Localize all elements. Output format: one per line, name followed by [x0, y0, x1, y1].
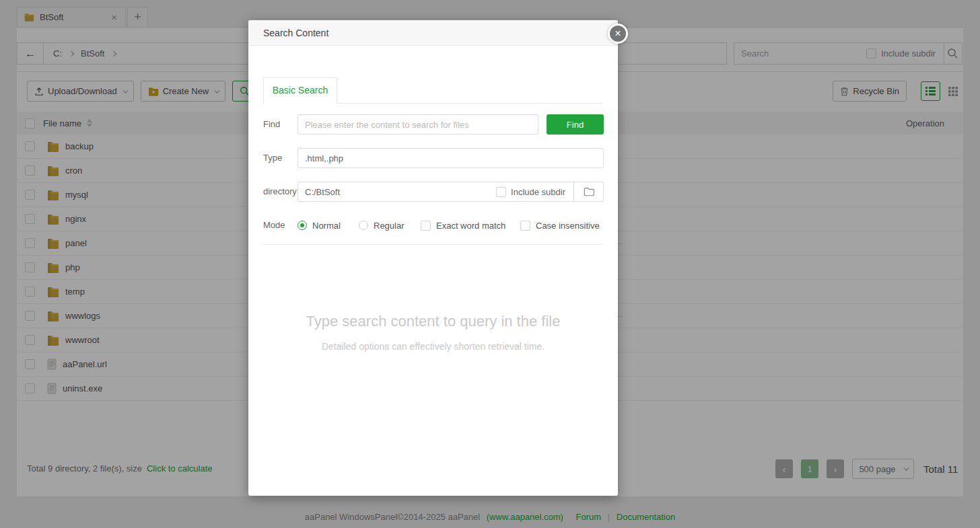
directory-label: directory	[263, 182, 297, 202]
search-content-modal: Search Content Basic Search Find Find Ty…	[248, 20, 618, 496]
tab-basic-search[interactable]: Basic Search	[263, 77, 337, 104]
find-button[interactable]: Find	[547, 114, 604, 135]
type-input[interactable]	[298, 148, 604, 168]
case-insensitive-checkbox[interactable]: Case insensitive	[520, 215, 600, 235]
browse-directory-button[interactable]	[573, 182, 603, 201]
mode-regular-radio[interactable]: Regular	[359, 215, 405, 235]
mode-label: Mode	[263, 215, 285, 235]
case-insensitive-label: Case insensitive	[536, 221, 600, 231]
radio-selected-icon	[298, 221, 307, 230]
mode-regular-label: Regular	[374, 221, 405, 231]
exact-word-match-checkbox[interactable]: Exact word match	[421, 215, 505, 235]
modal-include-subdir-checkbox[interactable]	[496, 187, 506, 197]
hint-title: Type search content to query in the file	[248, 313, 618, 330]
radio-icon	[359, 221, 368, 230]
modal-include-subdir-label: Include subdir	[511, 187, 565, 197]
hint-subtitle: Detailed options can effectively shorten…	[248, 341, 618, 352]
type-label: Type	[263, 148, 282, 168]
find-label: Find	[263, 114, 280, 135]
modal-tab-bar: Basic Search	[263, 77, 603, 104]
checkbox-icon	[421, 221, 431, 231]
modal-close-button[interactable]: ×	[608, 24, 628, 44]
mode-normal-radio[interactable]: Normal	[298, 215, 341, 235]
directory-input-group: Include subdir	[298, 182, 604, 202]
folder-browse-icon	[584, 187, 594, 196]
directory-input[interactable]	[298, 182, 496, 201]
modal-title: Search Content	[248, 20, 618, 46]
modal-divider	[263, 244, 603, 245]
checkbox-icon	[520, 221, 530, 231]
find-input[interactable]	[298, 114, 538, 135]
exact-word-match-label: Exact word match	[436, 221, 505, 231]
mode-normal-label: Normal	[312, 221, 341, 231]
